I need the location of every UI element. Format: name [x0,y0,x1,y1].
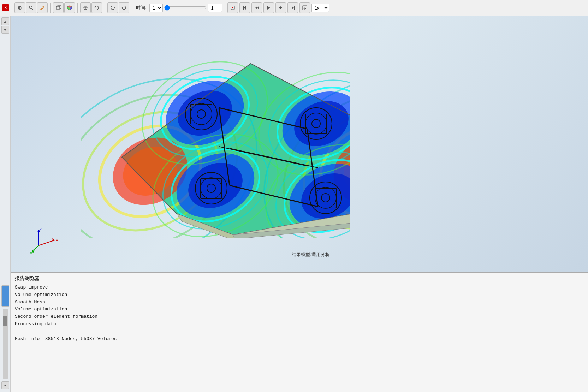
axis-indicator: x y z [28,226,64,254]
svg-line-100 [32,245,39,251]
svg-point-2 [19,7,20,9]
svg-line-10 [60,8,61,9]
svg-marker-30 [279,6,280,10]
time-label: 时间: [136,5,147,11]
svg-point-3 [29,6,32,9]
svg-marker-26 [255,6,257,10]
skip-start-icon[interactable] [239,2,250,13]
svg-point-5 [41,9,42,10]
shape-buttons [53,2,75,13]
rotate-icon[interactable] [91,2,102,13]
record-icon[interactable] [227,2,238,13]
svg-rect-6 [56,6,60,9]
time-select[interactable]: 1 [149,4,163,12]
view-buttons [14,2,48,13]
viewport: x y z 结果模型:通用分析 报告浏览器 Swap improve Volum… [11,16,588,392]
export-icon[interactable] [299,2,310,13]
left-sidebar: ▲ ▼ ▼ [0,16,11,392]
separator-5 [132,3,132,13]
svg-rect-25 [243,6,244,10]
separator-4 [105,3,105,13]
time-slider[interactable] [164,5,207,11]
svg-marker-31 [292,6,294,10]
color-cube-icon[interactable] [64,2,75,13]
scrollbar-thumb [3,316,7,326]
svg-line-4 [32,8,33,10]
separator-6 [225,3,225,13]
svg-marker-24 [244,6,246,10]
separator-1 [12,3,12,13]
separator-3 [77,3,78,13]
main-layout: ▲ ▼ ▼ [0,16,588,392]
svg-point-23 [232,7,233,8]
rotate-ccw-icon[interactable] [119,2,129,13]
log-line-5: Second order element formation [15,313,584,321]
svg-marker-19 [94,7,96,8]
log-panel: 报告浏览器 Swap improve Volume optimization S… [11,272,588,392]
svg-rect-32 [294,6,295,10]
fea-model-svg [81,34,350,238]
camera-icon[interactable] [14,2,25,13]
rotate-buttons [107,2,129,13]
svg-marker-29 [280,6,282,10]
svg-marker-28 [267,6,270,10]
log-line-7: Mesh info: 88513 Nodes, 55037 Volumes [15,335,584,343]
log-line-1: Swap improve [15,284,584,291]
svg-marker-21 [121,7,123,8]
svg-marker-27 [257,6,259,10]
skip-end-icon[interactable] [287,2,298,13]
log-line-4: Volume optimization [15,306,584,313]
fea-canvas [81,34,350,238]
svg-text:z: z [40,226,42,231]
step-forward-icon[interactable] [275,2,286,13]
svg-rect-1 [18,6,21,7]
svg-text:y: y [30,250,32,254]
paint-icon[interactable] [37,2,48,13]
navigate-icon[interactable] [80,2,91,13]
play-icon[interactable] [263,2,274,13]
log-line-empty [15,328,584,335]
log-header: 报告浏览器 [15,275,584,282]
log-line-6: Processing data [15,321,584,328]
model-label: 结果模型:通用分析 [292,251,330,258]
speed-select[interactable]: 1x 0.25x 0.5x 2x 4x [311,4,329,12]
step-back-icon[interactable] [251,2,262,13]
zoom-icon[interactable] [26,2,36,13]
log-line-2: Volume optimization [15,291,584,299]
close-button[interactable]: × [2,4,9,11]
toolbar: × [0,0,588,16]
rotate-cw-icon[interactable] [107,2,118,13]
sidebar-top-btn-1[interactable]: ▲ [1,17,9,25]
svg-line-97 [39,240,55,245]
sidebar-top-btn-2[interactable]: ▼ [1,26,9,34]
step-input[interactable] [208,4,222,12]
svg-marker-20 [114,7,115,8]
svg-text:x: x [56,237,58,242]
separator-2 [50,3,51,13]
nav-buttons [80,2,102,13]
sidebar-scrollbar[interactable] [3,309,8,379]
box-icon[interactable] [53,2,64,13]
log-line-3: Smooth Mesh [15,299,584,306]
sidebar-bottom-btn[interactable]: ▼ [1,381,9,389]
sidebar-active-btn[interactable] [1,285,9,307]
